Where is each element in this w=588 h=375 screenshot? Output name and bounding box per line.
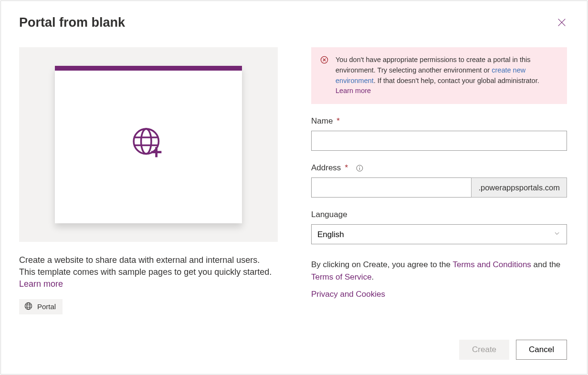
permission-alert: You don't have appropriate permissions t… <box>311 47 567 104</box>
alert-text: You don't have appropriate permissions t… <box>336 55 558 96</box>
language-label: Language <box>311 210 567 219</box>
terms-conditions-link[interactable]: Terms and Conditions <box>452 260 531 269</box>
address-field: Address* .powerappsportals.com <box>311 163 567 198</box>
svg-point-2 <box>134 129 158 154</box>
address-row: .powerappsportals.com <box>311 177 567 198</box>
badge-label: Portal <box>37 302 56 311</box>
form-column: You don't have appropriate permissions t… <box>311 47 567 360</box>
terms-service-link[interactable]: Terms of Service <box>311 272 372 281</box>
language-select-wrap: English <box>311 224 567 244</box>
dialog-footer: Create Cancel <box>311 340 567 360</box>
name-field: Name* <box>311 116 567 151</box>
portal-badge: Portal <box>19 299 63 314</box>
alert-learn-more-link[interactable]: Learn more <box>336 87 371 94</box>
name-input[interactable] <box>311 131 567 151</box>
info-icon[interactable] <box>356 164 364 172</box>
globe-icon <box>24 302 33 312</box>
preview-topbar <box>55 66 242 71</box>
globe-plus-icon <box>130 125 167 164</box>
learn-more-link[interactable]: Learn more <box>19 279 63 289</box>
language-label-text: Language <box>311 210 347 219</box>
preview-box <box>19 47 278 242</box>
dialog-header: Portal from blank <box>19 14 567 30</box>
name-label-text: Name <box>311 116 333 126</box>
dialog-body: Create a website to share data with exte… <box>19 47 567 360</box>
description-text: Create a website to share data with exte… <box>19 255 272 277</box>
privacy-cookies-link[interactable]: Privacy and Cookies <box>311 290 385 299</box>
svg-point-16 <box>359 167 360 167</box>
address-label: Address* <box>311 163 567 173</box>
preview-column: Create a website to share data with exte… <box>19 47 278 360</box>
alert-text-2: . If that doesn't help, contact your glo… <box>374 77 539 84</box>
legal-text-1: By clicking on Create, you agree to the <box>311 260 452 269</box>
close-button[interactable] <box>556 14 567 29</box>
required-asterisk: * <box>345 163 348 173</box>
language-field: Language English <box>311 210 567 244</box>
address-label-text: Address <box>311 163 341 173</box>
svg-point-3 <box>141 129 151 154</box>
badge-row: Portal <box>19 299 278 314</box>
address-suffix: .powerappsportals.com <box>471 177 567 198</box>
svg-point-8 <box>25 302 32 309</box>
required-asterisk: * <box>336 116 340 126</box>
svg-point-9 <box>27 302 30 309</box>
privacy-row: Privacy and Cookies <box>311 290 567 299</box>
dialog-title: Portal from blank <box>19 15 125 30</box>
dialog-container: Portal from blank <box>0 0 588 375</box>
close-icon <box>556 22 567 29</box>
preview-card <box>55 66 242 223</box>
cancel-button[interactable]: Cancel <box>516 340 567 360</box>
error-circle-icon <box>320 55 329 96</box>
legal-text-3: . <box>372 272 374 281</box>
legal-text-2: and the <box>531 260 560 269</box>
language-select[interactable]: English <box>311 224 567 244</box>
template-description: Create a website to share data with exte… <box>19 254 278 291</box>
name-label: Name* <box>311 116 567 126</box>
address-input[interactable] <box>311 177 471 198</box>
create-button[interactable]: Create <box>459 340 509 360</box>
legal-text: By clicking on Create, you agree to the … <box>311 259 567 283</box>
